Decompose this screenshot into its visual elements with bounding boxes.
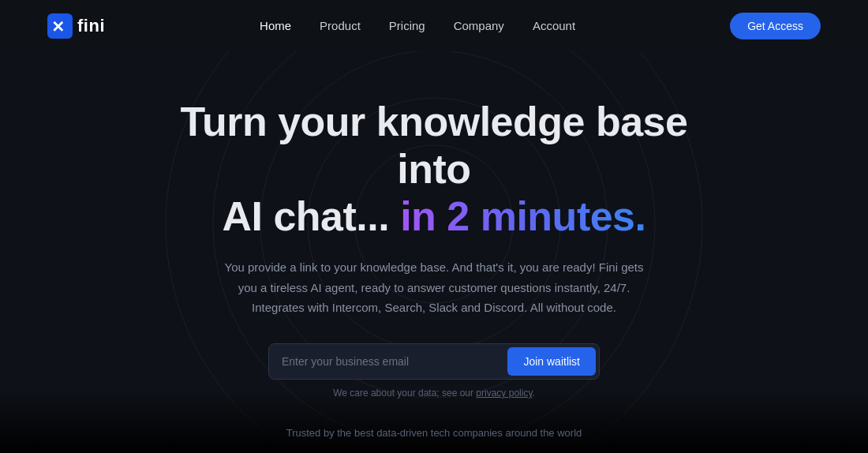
- logo-icon: ✕: [47, 13, 73, 39]
- navbar: ✕ fini Home Product Pricing Company Acco…: [0, 0, 868, 51]
- email-input[interactable]: [282, 347, 507, 376]
- hero-section: Turn your knowledge base into AI chat...…: [0, 51, 868, 399]
- privacy-suffix: .: [533, 387, 535, 399]
- trusted-label: Trusted by the best data-driven tech com…: [286, 427, 582, 439]
- trusted-section: Trusted by the best data-driven tech com…: [0, 427, 868, 453]
- logo-text: fini: [77, 16, 105, 36]
- svg-text:✕: ✕: [51, 18, 65, 36]
- nav-home[interactable]: Home: [260, 19, 291, 32]
- hero-subtitle: You provide a link to your knowledge bas…: [221, 257, 647, 318]
- join-waitlist-button[interactable]: Join waitlist: [507, 347, 596, 376]
- nav-links: Home Product Pricing Company Account: [260, 19, 575, 33]
- privacy-policy-link[interactable]: privacy policy: [476, 387, 532, 399]
- hero-title-line2: AI chat...: [222, 193, 389, 239]
- hero-title-highlight: in 2 minutes.: [389, 193, 645, 239]
- email-form: Join waitlist: [268, 343, 600, 380]
- nav-account[interactable]: Account: [533, 19, 575, 32]
- privacy-text: We care about your data; see our: [333, 387, 476, 399]
- logo[interactable]: ✕ fini: [47, 13, 105, 39]
- nav-pricing[interactable]: Pricing: [389, 19, 425, 32]
- nav-product[interactable]: Product: [320, 19, 361, 32]
- privacy-note: We care about your data; see our privacy…: [333, 387, 535, 399]
- nav-company[interactable]: Company: [454, 19, 504, 32]
- hero-title: Turn your knowledge base into AI chat...…: [158, 99, 710, 240]
- hero-title-line1: Turn your knowledge base into: [181, 99, 688, 192]
- get-access-button[interactable]: Get Access: [730, 13, 821, 39]
